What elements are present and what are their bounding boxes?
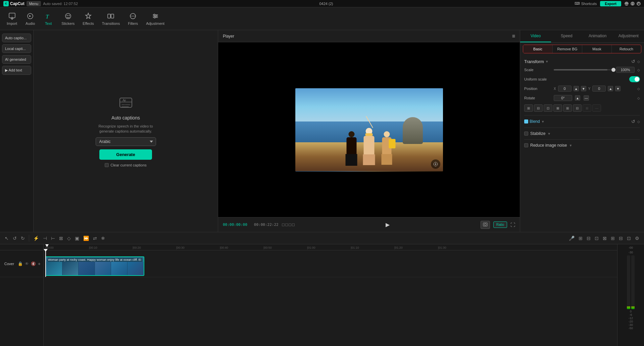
toolbar-transitions[interactable]: Transitions [99, 10, 123, 28]
transform-keyframe-button[interactable]: ◇ [637, 59, 640, 64]
tab-animation[interactable]: Animation [582, 30, 613, 42]
toolbar-stickers[interactable]: Stickers [58, 10, 78, 28]
toolbar-effects[interactable]: Effects [79, 10, 97, 28]
position-x-down[interactable]: ▼ [581, 86, 586, 91]
blend-checkbox[interactable] [524, 119, 528, 123]
video-settings-icon[interactable] [431, 159, 440, 169]
rotate-value-input[interactable] [554, 95, 572, 101]
tl-btn-1[interactable]: ⊞ [577, 234, 584, 242]
add-text-button[interactable]: ▶ Add text [2, 66, 31, 75]
align-top-btn[interactable]: ⊠ [553, 104, 562, 112]
app-logo: C CapCut [3, 1, 24, 6]
tab-speed[interactable]: Speed [551, 30, 582, 42]
close-button[interactable]: ✕ [637, 2, 641, 6]
stabilize-checkbox[interactable] [524, 132, 528, 136]
position-y-up[interactable]: ▲ [608, 86, 613, 91]
blend-keyframe-button[interactable]: ◇ [637, 119, 640, 124]
undo-button[interactable]: ↺ [11, 234, 18, 242]
toolbar-adjustment[interactable]: Adjustment [143, 10, 168, 28]
tl-btn-6[interactable]: ⊟ [617, 234, 624, 242]
track-row-main: Woman party at rocky coast. Happy woman … [44, 250, 617, 277]
effects-icon [84, 12, 92, 20]
generate-button[interactable]: Generate [99, 149, 152, 160]
align-center-h-btn[interactable]: ⊟ [534, 104, 543, 112]
position-x-up[interactable]: ▲ [574, 86, 579, 91]
rotate-down[interactable]: — [584, 95, 589, 101]
scale-value-input[interactable] [616, 67, 635, 73]
uniform-scale-toggle[interactable] [629, 76, 640, 82]
delete-button[interactable]: ⊠ [58, 234, 64, 242]
player-menu-icon[interactable]: ≡ [512, 33, 515, 39]
position-keyframe-button[interactable]: ◇ [637, 87, 640, 91]
tl-settings-button[interactable]: ⚙ [634, 234, 641, 242]
toolbar-import[interactable]: Import [3, 10, 20, 28]
uniform-scale-row: Uniform scale [524, 76, 640, 82]
language-select[interactable]: Arabic English Spanish French [96, 137, 156, 146]
tl-btn-4[interactable]: ⊠ [601, 234, 608, 242]
fullscreen-button[interactable]: ⛶ [510, 222, 515, 228]
scale-slider-thumb[interactable] [611, 68, 615, 72]
tl-btn-7[interactable]: ⊡ [626, 234, 632, 242]
export-button[interactable]: Export [600, 1, 621, 6]
position-y-down[interactable]: ▼ [615, 86, 621, 91]
tl-btn-3[interactable]: ⊡ [593, 234, 600, 242]
track-mute-button[interactable]: 🔇 [31, 261, 36, 266]
track-visibility-button[interactable]: 👁 [25, 261, 29, 266]
clear-captions-row[interactable]: Clear current captions [105, 163, 147, 167]
blend-reset-button[interactable]: ↺ [631, 119, 635, 124]
transform-reset-button[interactable]: ↺ [631, 59, 635, 64]
toolbar-audio[interactable]: Audio [22, 10, 39, 28]
video-clip[interactable]: Woman party at rocky coast. Happy woman … [45, 256, 144, 276]
play-button[interactable]: ▶ [383, 220, 392, 230]
align-left-btn[interactable]: ⊞ [524, 104, 533, 112]
toolbar: Import Audio T Text Stickers Effects Tra… [0, 7, 644, 30]
reverse-button[interactable]: ⇄ [92, 234, 98, 242]
rotate-keyframe-button[interactable]: ◇ [637, 96, 640, 100]
redo-button[interactable]: ↻ [19, 234, 26, 242]
cursor-tool-button[interactable]: ↖ [3, 234, 10, 242]
subtab-basic[interactable]: Basic [523, 45, 553, 53]
auto-caption-button[interactable]: Auto captio... [2, 34, 31, 42]
adjustment-label: Adjustment [146, 21, 164, 26]
align-center-v-btn[interactable]: ⊞ [563, 104, 572, 112]
diamond-tl-button[interactable]: ◇ [66, 234, 72, 242]
minimize-button[interactable]: — [625, 2, 629, 6]
maximize-button[interactable]: □ [631, 2, 635, 6]
position-y-input[interactable] [592, 86, 606, 92]
tab-adjustment[interactable]: Adjustment [613, 30, 644, 42]
toolbar-text[interactable]: T Text [40, 10, 57, 28]
subtab-retouch[interactable]: Retouch [612, 45, 641, 53]
shortcuts-button[interactable]: ⌨ Shortcuts [575, 1, 597, 6]
tab-video[interactable]: Video [520, 30, 551, 42]
track-lock-button[interactable]: 🔒 [18, 261, 23, 266]
playhead-marker [44, 249, 48, 252]
align-right-tl-button[interactable]: ⊢ [50, 234, 56, 242]
align-right-btn[interactable]: ⊡ [544, 104, 552, 112]
track-add-button[interactable]: + [38, 261, 41, 266]
subtab-remove-bg[interactable]: Remove BG [553, 45, 582, 53]
ratio-button[interactable]: Ratio [493, 221, 507, 228]
toolbar-filters[interactable]: Filters [125, 10, 141, 28]
speed-tl-button[interactable]: ⏩ [82, 234, 90, 242]
menu-button[interactable]: Menu [27, 1, 41, 6]
divider-3 [524, 139, 640, 140]
mic-button[interactable]: 🎤 [567, 234, 576, 242]
tl-btn-5[interactable]: ⊞ [609, 234, 616, 242]
svg-rect-6 [108, 14, 110, 18]
position-x-input[interactable] [558, 86, 572, 92]
scale-keyframe-button[interactable]: ◇ [637, 68, 640, 72]
ai-generated-button[interactable]: AI generated [2, 55, 31, 64]
scale-slider[interactable] [554, 69, 613, 70]
subtab-mask[interactable]: Mask [582, 45, 612, 53]
clear-captions-checkbox[interactable] [105, 163, 109, 167]
screenshot-button[interactable] [481, 221, 490, 229]
local-caption-button[interactable]: Local capti... [2, 44, 31, 53]
reduce-noise-checkbox[interactable] [524, 143, 528, 147]
align-left-tl-button[interactable]: ⊣ [42, 234, 48, 242]
rotate-up[interactable]: ▲ [575, 95, 580, 101]
tl-btn-2[interactable]: ⊟ [585, 234, 592, 242]
crop-tl-button[interactable]: ▣ [73, 234, 81, 242]
freeze-button[interactable]: ❄ [100, 234, 106, 242]
split-button[interactable]: ⚡ [32, 234, 40, 242]
align-bottom-btn[interactable]: ⊟ [573, 104, 582, 112]
